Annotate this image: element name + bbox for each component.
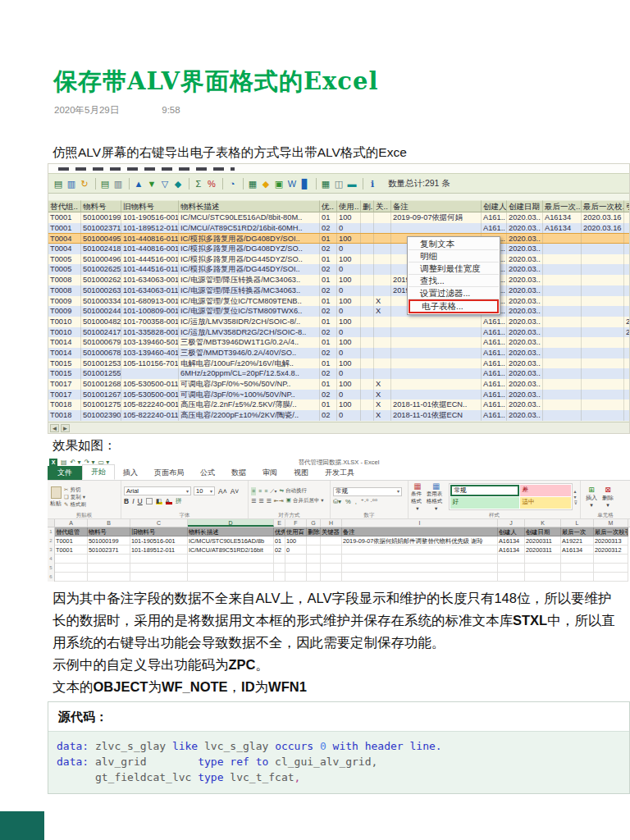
sheet-cell[interactable] — [321, 555, 342, 564]
sheet-cell[interactable]: A16134 — [498, 546, 525, 555]
column-letter-J[interactable]: J — [498, 519, 525, 527]
align-middle-icon[interactable]: ≡ — [258, 487, 262, 495]
column-letter-I[interactable]: I — [342, 519, 498, 527]
shrink-font-icon[interactable]: A˅ — [231, 487, 240, 495]
sheet-cell[interactable] — [274, 564, 285, 573]
align-top-icon[interactable]: ≡ — [251, 487, 256, 495]
accounting-format-icon[interactable]: ⛁▾ — [333, 498, 341, 505]
underline-button[interactable]: U — [138, 497, 143, 505]
sheet-cell[interactable]: 删除标 — [307, 527, 321, 536]
sheet-cell[interactable] — [561, 573, 594, 582]
sheet-cell[interactable] — [188, 555, 274, 564]
sheet-cell[interactable] — [321, 546, 342, 555]
wrap-text-button[interactable]: ⇋ 自动换行 — [280, 487, 307, 495]
column-header[interactable]: 关.. — [374, 200, 391, 212]
table-row[interactable]: T0015501001253105-110156-701电解电容/100uF/±… — [48, 358, 629, 369]
bold-button[interactable]: B — [124, 497, 129, 505]
sheet-cell[interactable] — [342, 546, 498, 555]
merge-center-button[interactable]: ▣ 合并后居中 ▾ — [286, 497, 324, 504]
orientation-icon[interactable]: ⟋▾ — [270, 487, 276, 495]
sheet-cell[interactable]: IC/MCU/AT89C51RD2/16bit — [188, 546, 274, 555]
column-header[interactable]: 优.. — [320, 200, 337, 212]
indent-icons[interactable]: ⇤⇥ — [274, 497, 284, 505]
tab-视图[interactable]: 视图 — [285, 466, 317, 480]
table-row[interactable]: T0009501000334101-680913-001IC/电源管理/复位IC… — [48, 296, 629, 307]
sheet-cell[interactable]: 100 — [285, 536, 307, 546]
align-left-icon[interactable]: ☰ — [251, 497, 256, 505]
sheet-cell[interactable]: 物料号 — [88, 527, 130, 536]
sheet-cell[interactable] — [594, 564, 628, 573]
styles-more-icon[interactable]: ⊽ — [574, 500, 578, 505]
tab-审阅[interactable]: 审阅 — [254, 466, 285, 480]
graph-icon[interactable]: ▊ — [299, 178, 311, 189]
style-chip-mid[interactable]: 适中 — [520, 497, 571, 509]
delete-cells-button[interactable]: ⊠ 删除▾ — [602, 482, 614, 511]
percent-style-icon[interactable]: % — [345, 498, 351, 505]
table-row[interactable]: T0004501000495101-440816-011IC/模拟多路复用器/D… — [48, 233, 629, 244]
sheet-cell[interactable]: 501000199 — [88, 536, 130, 546]
sheet-cell[interactable] — [130, 573, 188, 582]
sheet-cell[interactable]: 20200311 — [525, 546, 561, 555]
table-row[interactable]: T0010501002417101-335828-001IC/运放/LMV358… — [48, 327, 629, 338]
sheet-cell[interactable] — [561, 564, 594, 573]
sheet-cell[interactable] — [498, 573, 525, 582]
align-right-icon[interactable]: ☰ — [267, 497, 272, 505]
sheet-cell[interactable]: 物料长描述 — [188, 527, 274, 536]
scroll-right-icon[interactable]: ► — [61, 424, 70, 432]
column-header[interactable]: 物料号 — [81, 200, 121, 212]
phonetic-button[interactable]: 拼 — [176, 498, 182, 504]
sheet-cell[interactable] — [285, 564, 307, 573]
column-header[interactable]: 最后一次.. — [543, 200, 582, 212]
columns-icon[interactable]: ▥ — [66, 178, 77, 189]
table-row[interactable]: T0009501000244101-100809-001IC/电源管理/复位IC… — [48, 306, 629, 317]
sheet-cell[interactable] — [55, 573, 88, 582]
column-header[interactable]: 删.. — [361, 200, 374, 212]
sheet-cell[interactable] — [498, 555, 525, 564]
sheet-cell[interactable] — [342, 573, 498, 582]
borders-button[interactable] — [146, 498, 153, 504]
sheet-cell[interactable] — [321, 536, 342, 546]
sheet-cell[interactable]: 最后一次 — [561, 527, 594, 536]
row-number[interactable]: 6 — [48, 573, 55, 582]
sheet-cell[interactable] — [342, 555, 498, 564]
menu-item-generic[interactable]: 明细 — [409, 250, 499, 262]
column-header[interactable]: 物料长描述 — [179, 200, 320, 212]
file-export-icon[interactable]: ▣ — [273, 178, 285, 189]
sheet-cell[interactable] — [285, 573, 307, 582]
column-letter-C[interactable]: C — [130, 519, 188, 527]
tab-文件[interactable]: 文件 — [48, 466, 82, 480]
column-letter-M[interactable]: M — [594, 519, 628, 527]
sheet-cell[interactable]: 旧物料号 — [130, 527, 188, 536]
tab-公式[interactable]: 公式 — [192, 466, 223, 480]
sheet-cell[interactable] — [594, 555, 628, 564]
number-format-select[interactable]: 常规▾ — [333, 487, 402, 496]
styles-scroll[interactable]: ▴ ▾ ⊽ — [574, 482, 578, 511]
sheet-cell[interactable]: 创建人 — [498, 527, 525, 536]
tab-页面布局[interactable]: 页面布局 — [146, 466, 192, 480]
cut-button[interactable]: ✂剪切 — [64, 486, 86, 493]
sheet-cell[interactable]: A16134 — [561, 546, 594, 555]
row-number[interactable]: 1 — [48, 527, 55, 536]
exchange-icon[interactable]: ◆ — [260, 178, 272, 189]
sheet-cell[interactable] — [88, 564, 130, 573]
align-bottom-icon[interactable]: ≡ — [264, 487, 267, 495]
sheet-cell[interactable]: 替代组管 — [55, 527, 88, 536]
table-row[interactable]: T0017501001268105-530500-011可调电容/3pF/0%~… — [48, 379, 629, 390]
sheet-cell[interactable]: 20200312 — [594, 546, 628, 555]
comma-style-icon[interactable]: , — [355, 498, 357, 505]
style-chip-normal[interactable]: 常规 — [450, 485, 519, 496]
scroll-left-icon[interactable]: ◄ — [50, 424, 59, 432]
column-header[interactable]: 备注 — [391, 200, 482, 212]
sheet-cell[interactable]: 101-190516-001 — [130, 536, 188, 546]
sheet-cell[interactable]: 0 — [285, 546, 307, 555]
menu-item-generic[interactable]: 复制文本 — [409, 238, 499, 250]
sheet-cell[interactable]: 最后一次校引用 — [594, 527, 628, 536]
sheet-cell[interactable] — [88, 573, 130, 582]
style-chip-good[interactable]: 好 — [450, 497, 519, 509]
refresh-icon[interactable]: ↻ — [79, 178, 90, 189]
table-row[interactable]: T0018501002390105-822240-011高压电容/2200pF±… — [48, 410, 629, 421]
sheet-cell[interactable]: 优先 — [274, 527, 285, 536]
sheet-cell[interactable]: 使用百 — [285, 527, 307, 536]
format-painter-button[interactable]: ✎格式刷 — [64, 500, 86, 508]
copy-button[interactable]: ❏复制 ▾ — [64, 493, 86, 500]
